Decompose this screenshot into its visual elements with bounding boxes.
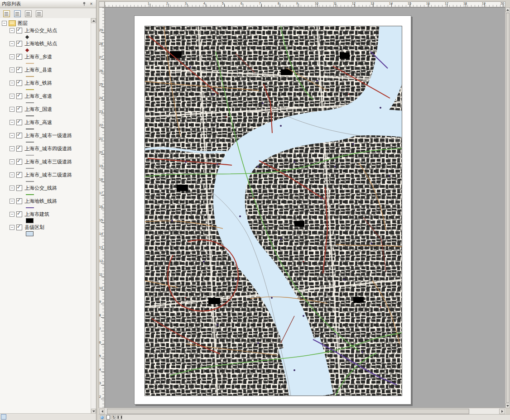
layer-symbol[interactable] — [26, 89, 34, 90]
list-by-drawing-order-icon[interactable] — [1, 9, 11, 19]
collapse-icon[interactable]: − — [10, 133, 14, 138]
layout-view-button[interactable] — [106, 415, 111, 420]
layer-label[interactable]: 上海市_高速 — [24, 119, 52, 126]
layer-label[interactable]: 上海市_省道 — [24, 93, 52, 100]
collapse-icon[interactable]: − — [10, 212, 14, 217]
map-frame[interactable] — [144, 26, 402, 396]
layer-checkbox[interactable]: ✓ — [16, 172, 22, 178]
layer-label[interactable]: 上海公交_站点 — [24, 27, 57, 34]
layer-symbol[interactable] — [26, 63, 34, 64]
layer-symbol[interactable] — [26, 181, 34, 182]
layer-label[interactable]: 上海市_城市二级道路 — [24, 172, 72, 178]
layer-item[interactable]: −✓上海地铁_站点 — [0, 40, 91, 47]
layer-symbol[interactable] — [26, 76, 34, 77]
collapse-icon[interactable]: − — [10, 172, 14, 177]
layer-label[interactable]: 上海市_铁路 — [24, 80, 52, 86]
scroll-right-icon[interactable] — [499, 409, 505, 414]
layer-symbol[interactable] — [26, 102, 34, 103]
layer-label[interactable]: 上海地铁_站点 — [24, 40, 57, 47]
layer-symbol[interactable] — [26, 142, 34, 143]
layer-item[interactable]: −✓县级区划 — [0, 224, 91, 231]
layer-checkbox[interactable]: ✓ — [16, 146, 22, 152]
layer-item[interactable]: −✓上海市建筑 — [0, 210, 91, 218]
layer-item[interactable]: −✓上海公交_站点 — [0, 27, 91, 34]
layer-symbol[interactable] — [26, 129, 34, 129]
layer-item[interactable]: −✓上海市_乡道 — [0, 53, 91, 60]
scroll-up-icon[interactable] — [91, 18, 96, 23]
layers-group-row[interactable]: − 图层 — [0, 19, 91, 27]
layer-checkbox[interactable]: ✓ — [16, 28, 22, 33]
scroll-up-icon[interactable] — [505, 7, 510, 12]
layer-label[interactable]: 上海市_城市三级道路 — [24, 158, 72, 165]
layer-item[interactable]: −✓上海市_城市二级道路 — [0, 171, 91, 178]
vertical-scrollbar[interactable] — [505, 7, 510, 408]
layer-label[interactable]: 上海市_乡道 — [24, 53, 52, 60]
collapse-icon[interactable]: − — [10, 146, 14, 151]
layer-symbol[interactable] — [25, 35, 29, 38]
layer-item[interactable]: −✓上海公交_线路 — [0, 184, 91, 191]
collapse-icon[interactable]: − — [10, 186, 14, 191]
layer-checkbox[interactable]: ✓ — [16, 93, 22, 99]
collapse-icon[interactable]: − — [10, 28, 14, 33]
layer-checkbox[interactable]: ✓ — [16, 133, 22, 138]
layer-label[interactable]: 上海公交_线路 — [24, 185, 57, 191]
collapse-icon[interactable]: − — [10, 67, 14, 72]
horizontal-scroll-thumb[interactable] — [107, 409, 469, 414]
layer-item[interactable]: −✓上海市_国道 — [0, 105, 91, 113]
vertical-scroll-thumb[interactable] — [506, 13, 510, 403]
layer-label[interactable]: 县级区划 — [24, 224, 44, 231]
layer-symbol[interactable] — [25, 48, 29, 52]
layout-canvas[interactable] — [105, 7, 505, 408]
pause-drawing-button[interactable] — [117, 415, 122, 420]
layer-label[interactable]: 上海地铁_线路 — [24, 198, 57, 205]
collapse-icon[interactable]: − — [10, 159, 14, 164]
layer-item[interactable]: −✓上海地铁_线路 — [0, 197, 91, 205]
layer-symbol[interactable] — [26, 115, 34, 116]
layer-checkbox[interactable]: ✓ — [16, 106, 22, 112]
layer-checkbox[interactable]: ✓ — [16, 54, 22, 60]
list-by-visibility-icon[interactable] — [23, 9, 33, 19]
close-icon[interactable]: × — [88, 1, 94, 7]
horizontal-scrollbar[interactable] — [99, 408, 505, 415]
data-view-button[interactable] — [100, 415, 105, 420]
collapse-icon[interactable]: − — [10, 199, 14, 204]
collapse-icon[interactable]: − — [10, 41, 14, 46]
layer-checkbox[interactable]: ✓ — [16, 159, 22, 165]
pin-icon[interactable] — [82, 1, 87, 7]
layer-label[interactable]: 上海市_城市一级道路 — [24, 132, 72, 139]
collapse-icon[interactable]: − — [2, 21, 7, 26]
layer-symbol[interactable] — [26, 207, 34, 208]
collapse-icon[interactable]: − — [10, 94, 14, 99]
layer-checkbox[interactable]: ✓ — [16, 198, 22, 204]
list-by-selection-icon[interactable] — [34, 9, 44, 19]
refresh-view-button[interactable]: ↻ — [111, 415, 116, 420]
layer-item[interactable]: −✓上海市_城市一级道路 — [0, 132, 91, 139]
layer-symbol[interactable] — [26, 218, 34, 223]
layer-label[interactable]: 上海市建筑 — [24, 211, 49, 218]
layer-item[interactable]: −✓上海市_城市三级道路 — [0, 158, 91, 165]
layer-label[interactable]: 上海市_城市四级道路 — [24, 145, 72, 152]
layer-item[interactable]: −✓上海市_省道 — [0, 92, 91, 100]
layer-label[interactable]: 上海市_国道 — [24, 106, 52, 113]
layers-group-label[interactable]: 图层 — [18, 20, 28, 27]
layer-symbol[interactable] — [26, 155, 34, 156]
layer-item[interactable]: −✓上海市_铁路 — [0, 79, 91, 86]
layer-checkbox[interactable]: ✓ — [16, 67, 22, 73]
layer-checkbox[interactable]: ✓ — [16, 80, 22, 86]
scroll-left-icon[interactable] — [99, 409, 105, 414]
layer-checkbox[interactable]: ✓ — [16, 211, 22, 217]
layer-item[interactable]: −✓上海市_城市四级道路 — [0, 145, 91, 152]
layer-item[interactable]: −✓上海市_县道 — [0, 66, 91, 73]
layer-checkbox[interactable]: ✓ — [16, 185, 22, 191]
layer-item[interactable]: −✓上海市_高速 — [0, 119, 91, 126]
layer-checkbox[interactable]: ✓ — [16, 119, 22, 125]
layer-symbol[interactable] — [26, 168, 34, 169]
toc-tab-icon[interactable] — [1, 414, 6, 420]
collapse-icon[interactable]: − — [10, 120, 14, 125]
scroll-down-icon[interactable] — [505, 403, 510, 408]
collapse-icon[interactable]: − — [10, 81, 14, 86]
list-by-source-icon[interactable] — [12, 9, 22, 19]
collapse-icon[interactable]: − — [10, 225, 14, 230]
layer-label[interactable]: 上海市_县道 — [24, 67, 52, 73]
layer-checkbox[interactable]: ✓ — [16, 224, 22, 230]
